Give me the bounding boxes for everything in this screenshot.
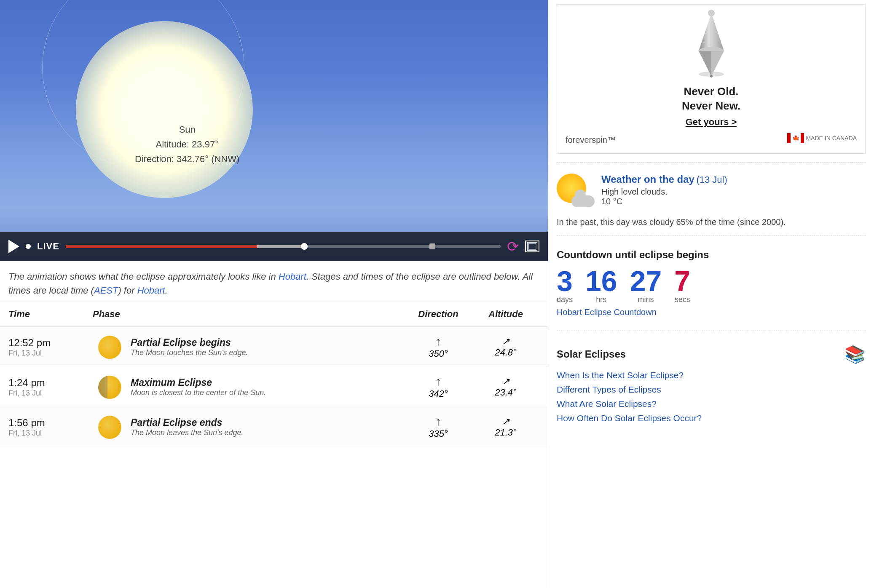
- direction-cell-2: ↑ 342°: [405, 375, 472, 399]
- weather-description: High level clouds.: [601, 187, 866, 197]
- fullscreen-icon[interactable]: [525, 241, 539, 252]
- direction-value-3: 335°: [429, 428, 448, 439]
- countdown-days-label: days: [557, 295, 573, 304]
- time-main-1: 12:52 pm: [8, 337, 93, 349]
- video-player: Sun Altitude: 23.97° Direction: 342.76° …: [0, 0, 548, 261]
- weather-icon: [557, 174, 595, 207]
- weather-section: Weather on the day (13 Jul) High level c…: [557, 169, 866, 211]
- list-item-1: When Is the Next Solar Eclipse?: [557, 370, 866, 380]
- list-item-2: Different Types of Eclipses: [557, 385, 866, 395]
- phase-desc-2: Moon is closest to the center of the Sun…: [131, 388, 405, 397]
- direction-arrow-1: ↑: [405, 335, 472, 348]
- altitude-cell-1: ↗ 24.8°: [472, 336, 539, 358]
- divider-2: [557, 235, 866, 235]
- ad-brand: foreverspin™: [566, 135, 616, 145]
- time-cell-2: 1:24 pm Fri, 13 Jul: [8, 377, 93, 398]
- moon-icon-3: [93, 416, 126, 439]
- weather-temperature: 10 °C: [601, 197, 866, 206]
- eclipse-description: The animation shows what the eclipse app…: [0, 261, 548, 302]
- countdown-secs: 7 secs: [674, 267, 690, 304]
- countdown-secs-label: secs: [674, 295, 690, 304]
- ad-spinner-image: [686, 13, 737, 80]
- sun-glow: [76, 21, 253, 198]
- solar-link-2[interactable]: Different Types of Eclipses: [557, 385, 661, 394]
- svg-rect-10: [787, 133, 791, 143]
- list-item-3: What Are Solar Eclipses?: [557, 399, 866, 409]
- ad-banner[interactable]: Never Old. Never New. Get yours > foreve…: [557, 4, 866, 154]
- altitude-value-1: 24.8°: [495, 347, 517, 358]
- weather-header: Weather on the day (13 Jul): [601, 174, 866, 185]
- altitude-cell-2: ↗ 23.4°: [472, 376, 539, 398]
- time-date-1: Fri, 13 Jul: [8, 349, 93, 358]
- phase-name-3: Partial Eclipse ends: [131, 417, 405, 428]
- svg-point-7: [708, 10, 715, 16]
- altitude-value-2: 23.4°: [495, 387, 517, 398]
- canada-flag: 🍁 MADE IN CANADA: [787, 133, 857, 143]
- phase-name-2: Maximum Eclipse: [131, 377, 405, 388]
- play-button[interactable]: [8, 240, 19, 253]
- weather-title: Weather on the day: [601, 174, 694, 185]
- phase-desc-1: The Moon touches the Sun's edge.: [131, 348, 405, 357]
- countdown-link[interactable]: Hobart Eclipse Countdown: [557, 307, 657, 317]
- moon-phase-icon-3: [98, 416, 121, 439]
- ad-footer: foreverspin™ 🍁 MADE IN CANADA: [566, 132, 857, 145]
- time-main-2: 1:24 pm: [8, 377, 93, 389]
- altitude-arrow-3: ↗: [472, 416, 539, 427]
- solar-link-4[interactable]: How Often Do Solar Eclipses Occur?: [557, 413, 702, 423]
- svg-marker-3: [699, 13, 724, 51]
- time-cell-3: 1:56 pm Fri, 13 Jul: [8, 417, 93, 438]
- time-date-2: Fri, 13 Jul: [8, 389, 93, 398]
- countdown-days-num: 3: [557, 267, 573, 295]
- divider-1: [557, 162, 866, 163]
- phase-cell-3: Partial Eclipse ends The Moon leaves the…: [126, 417, 405, 437]
- direction-cell-1: ↑ 350°: [405, 335, 472, 359]
- phase-name-1: Partial Eclipse begins: [131, 337, 405, 348]
- cloud-weather-icon: [571, 195, 595, 207]
- direction-arrow-2: ↑: [405, 375, 472, 388]
- sidebar: Never Old. Never New. Get yours > foreve…: [548, 0, 874, 588]
- phase-cell-1: Partial Eclipse begins The Moon touches …: [126, 337, 405, 357]
- sun-info-label: Sun Altitude: 23.97° Direction: 342.76° …: [135, 122, 239, 167]
- direction-value-2: 342°: [429, 388, 448, 399]
- weather-info: Weather on the day (13 Jul) High level c…: [601, 174, 866, 206]
- live-dot: [26, 244, 31, 249]
- countdown-hours: 16 hrs: [585, 267, 617, 304]
- ad-link[interactable]: Get yours >: [566, 117, 857, 128]
- progress-marker: [429, 243, 435, 249]
- countdown-mins: 27 mins: [630, 267, 662, 304]
- hobart-link-2[interactable]: Hobart: [137, 285, 165, 296]
- cloudy-history-text: In the past, this day was cloudy 65% of …: [557, 216, 866, 228]
- moon-icon-2: [93, 376, 126, 399]
- eclipse-row-3: 1:56 pm Fri, 13 Jul Partial Eclipse ends…: [0, 407, 548, 447]
- time-cell-1: 12:52 pm Fri, 13 Jul: [8, 337, 93, 358]
- moon-icon-1: [93, 336, 126, 359]
- time-date-3: Fri, 13 Jul: [8, 429, 93, 438]
- header-altitude: Altitude: [472, 309, 539, 320]
- direction-value-1: 350°: [429, 348, 448, 359]
- moon-phase-icon-2: [98, 376, 121, 399]
- countdown-numbers: 3 days 16 hrs 27 mins 7 secs: [557, 267, 866, 304]
- solar-links-list: When Is the Next Solar Eclipse? Differen…: [557, 370, 866, 423]
- timezone-link[interactable]: AEST: [94, 285, 118, 296]
- phase-desc-3: The Moon leaves the Sun's edge.: [131, 428, 405, 437]
- header-phase: Phase: [93, 309, 405, 320]
- solar-link-1[interactable]: When Is the Next Solar Eclipse?: [557, 370, 684, 380]
- live-label: LIVE: [37, 241, 59, 252]
- time-main-3: 1:56 pm: [8, 417, 93, 429]
- countdown-title: Countdown until eclipse begins: [557, 249, 866, 261]
- direction-arrow-3: ↑: [405, 415, 472, 428]
- rewind-icon[interactable]: ⟳: [507, 238, 519, 255]
- svg-point-8: [710, 75, 713, 78]
- countdown-section: Countdown until eclipse begins 3 days 16…: [557, 242, 866, 324]
- header-direction: Direction: [405, 309, 472, 320]
- solar-link-3[interactable]: What Are Solar Eclipses?: [557, 399, 657, 409]
- list-item-4: How Often Do Solar Eclipses Occur?: [557, 413, 866, 423]
- svg-text:🍁: 🍁: [792, 135, 800, 142]
- countdown-secs-num: 7: [674, 267, 690, 295]
- hobart-link-1[interactable]: Hobart: [279, 271, 306, 282]
- header-time: Time: [8, 309, 93, 320]
- progress-thumb: [301, 243, 308, 250]
- direction-cell-3: ↑ 335°: [405, 415, 472, 439]
- progress-bar[interactable]: [66, 245, 501, 248]
- ad-title: Never Old. Never New.: [566, 85, 857, 113]
